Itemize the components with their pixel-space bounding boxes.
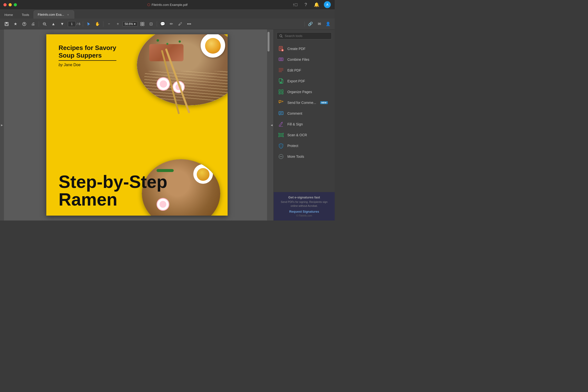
tool-item-scan-ocr[interactable]: Scan & OCR bbox=[274, 130, 335, 140]
svg-rect-22 bbox=[281, 58, 283, 61]
bookmark-button[interactable]: ★ bbox=[11, 20, 20, 28]
total-pages: 6 bbox=[79, 22, 80, 26]
fullscreen-button[interactable]: ⊡ bbox=[147, 20, 155, 28]
pen-button[interactable]: ✏ bbox=[167, 20, 176, 28]
protect-icon bbox=[278, 142, 284, 149]
send-comment-label: Send for Comme... bbox=[288, 101, 316, 104]
more-tools-label: More Tools bbox=[288, 154, 304, 158]
svg-rect-34 bbox=[279, 112, 283, 115]
svg-line-12 bbox=[282, 36, 283, 38]
fill-sign-icon bbox=[278, 121, 284, 128]
organize-pages-label: Organize Pages bbox=[288, 90, 312, 94]
upload-button[interactable] bbox=[20, 20, 28, 28]
toolbar-separator-4 bbox=[157, 21, 157, 27]
tool-item-comment[interactable]: Comment bbox=[274, 108, 335, 119]
svg-rect-9 bbox=[141, 24, 142, 26]
maximize-button[interactable] bbox=[14, 3, 17, 6]
comment-label: Comment bbox=[288, 112, 302, 116]
tool-item-more-tools[interactable]: More Tools bbox=[274, 151, 335, 162]
right-panel-toggle[interactable]: ◀ bbox=[270, 30, 274, 220]
edit-pdf-label: Edit PDF bbox=[288, 68, 301, 72]
share-icon[interactable]: ↑□ bbox=[292, 1, 298, 8]
pdf-subtitle-line1: Step-by-Step bbox=[58, 173, 167, 190]
new-badge: NEW bbox=[320, 101, 328, 104]
fit-page-button[interactable] bbox=[138, 20, 146, 28]
svg-rect-26 bbox=[279, 71, 282, 72]
close-button[interactable] bbox=[4, 3, 6, 6]
search-tools-input[interactable] bbox=[285, 34, 329, 38]
zoom-level-display[interactable]: 58.6% ▾ bbox=[122, 22, 138, 26]
prev-page-button[interactable]: ▲ bbox=[49, 20, 58, 28]
zoom-out-btn2[interactable]: － bbox=[105, 20, 113, 28]
email-button[interactable]: ✉ bbox=[315, 20, 324, 28]
tool-item-protect[interactable]: Protect bbox=[274, 140, 335, 151]
svg-point-11 bbox=[280, 34, 282, 37]
tool-item-edit-pdf[interactable]: Edit PDF bbox=[274, 65, 335, 76]
more-toolbar-button[interactable]: ••• bbox=[185, 20, 193, 28]
file-tab[interactable]: FileInfo.com Exa... × bbox=[34, 10, 74, 18]
svg-rect-31 bbox=[279, 92, 280, 94]
tool-item-send-comment[interactable]: Send for Comme... NEW bbox=[274, 97, 335, 108]
minimize-button[interactable] bbox=[8, 3, 12, 6]
tool-item-create-pdf[interactable]: Create PDF bbox=[274, 43, 335, 54]
create-pdf-label: Create PDF bbox=[288, 47, 306, 51]
garnish-3 bbox=[178, 40, 181, 43]
file-tab-label: FileInfo.com Exa... bbox=[38, 13, 64, 16]
create-pdf-icon bbox=[278, 45, 284, 52]
page-navigation: / 6 bbox=[67, 21, 81, 27]
highlight-button[interactable]: 🖊 bbox=[176, 20, 184, 28]
tools-tab[interactable]: Tools bbox=[18, 11, 34, 18]
help-icon[interactable]: ? bbox=[302, 1, 309, 8]
user-button[interactable]: 👤 bbox=[324, 20, 332, 28]
next-page-button[interactable]: ▼ bbox=[58, 20, 66, 28]
export-pdf-label: Export PDF bbox=[288, 79, 305, 83]
close-tab-button[interactable]: × bbox=[66, 13, 70, 17]
main-content: ▶ bbox=[0, 30, 335, 220]
svg-rect-7 bbox=[141, 22, 142, 24]
promo-link[interactable]: Request Signatures bbox=[277, 210, 331, 214]
svg-rect-30 bbox=[282, 90, 283, 92]
link-button[interactable]: 🔗 bbox=[306, 20, 314, 28]
promo-title: Get e-signatures fast bbox=[277, 196, 331, 199]
right-panel: Create PDF Combine Files bbox=[274, 30, 335, 220]
scan-ocr-label: Scan & OCR bbox=[288, 133, 307, 137]
print-button[interactable]: 🖨 bbox=[29, 20, 37, 28]
tool-item-fill-sign[interactable]: Fill & Sign bbox=[274, 119, 335, 130]
tool-item-combine-files[interactable]: Combine Files bbox=[274, 54, 335, 65]
garnish-1 bbox=[156, 39, 159, 42]
comment-toolbar-button[interactable]: 💬 bbox=[158, 20, 167, 28]
title-bar-actions: ↑□ ? 🔔 A bbox=[292, 1, 335, 8]
pdf-viewer-area[interactable]: Recipes for SavorySoup Suppers by Jane D… bbox=[4, 30, 270, 220]
svg-point-44 bbox=[282, 156, 282, 157]
page-separator: / bbox=[77, 22, 78, 26]
zoom-in-btn[interactable]: ＋ bbox=[114, 20, 122, 28]
zoom-out-button[interactable] bbox=[40, 20, 49, 28]
home-tab[interactable]: Home bbox=[0, 11, 18, 18]
toolbar-separator-3 bbox=[103, 21, 104, 27]
title-bar: ⬡ FileInfo.com Example.pdf ↑□ ? 🔔 A bbox=[0, 0, 335, 9]
zoom-value: 58.6% bbox=[125, 22, 133, 26]
notification-icon[interactable]: 🔔 bbox=[313, 1, 320, 8]
traffic-lights bbox=[0, 3, 17, 6]
svg-point-43 bbox=[281, 156, 282, 157]
pdf-scrollbar[interactable] bbox=[267, 30, 270, 220]
tool-item-organize-pages[interactable]: Organize Pages bbox=[274, 86, 335, 97]
svg-rect-32 bbox=[282, 92, 283, 94]
pdf-page: Recipes for SavorySoup Suppers by Jane D… bbox=[46, 34, 228, 216]
svg-rect-29 bbox=[279, 90, 280, 92]
select-tool-button[interactable] bbox=[84, 20, 93, 28]
save-button[interactable] bbox=[2, 20, 11, 28]
scrollbar-thumb[interactable] bbox=[268, 32, 270, 52]
pdf-subtitle-area: Step-by-Step Ramen bbox=[58, 173, 167, 208]
pdf-text-area: Recipes for SavorySoup Suppers by Jane D… bbox=[58, 44, 116, 67]
search-icon bbox=[279, 34, 283, 38]
more-tools-icon bbox=[278, 153, 284, 160]
svg-rect-20 bbox=[279, 58, 281, 61]
page-number-input[interactable] bbox=[68, 21, 76, 27]
svg-rect-8 bbox=[142, 22, 144, 24]
left-panel-toggle[interactable]: ▶ bbox=[0, 30, 4, 220]
svg-point-42 bbox=[280, 156, 280, 157]
tool-item-export-pdf[interactable]: Export PDF bbox=[274, 76, 335, 86]
user-avatar[interactable]: A bbox=[324, 1, 331, 8]
hand-tool-button[interactable]: ✋ bbox=[93, 20, 102, 28]
